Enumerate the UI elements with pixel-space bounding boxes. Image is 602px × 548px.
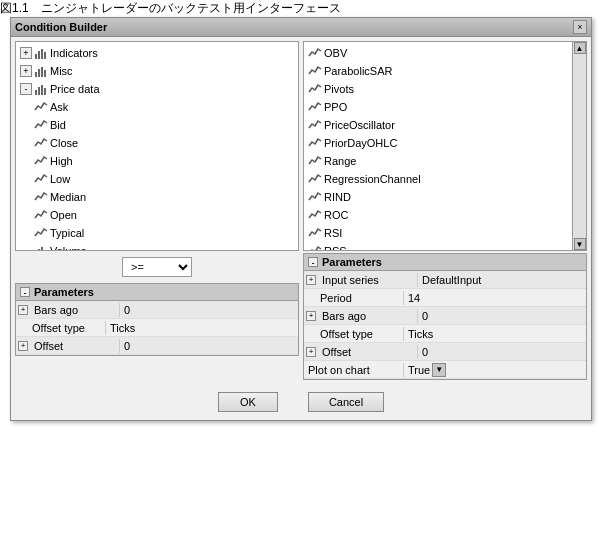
expand-icon[interactable]: + — [20, 65, 32, 77]
barsago-expand[interactable]: + — [18, 305, 28, 315]
tree-item-open[interactable]: Open — [32, 206, 296, 224]
svg-rect-4 — [35, 72, 37, 77]
right-param-offset: + Offset 0 — [304, 343, 586, 361]
expand-icon[interactable]: + — [20, 47, 32, 59]
right-param-barsago: + Bars ago 0 — [304, 307, 586, 325]
svg-rect-8 — [35, 90, 37, 95]
tree-item-bid[interactable]: Bid — [32, 116, 296, 134]
list-item-regressionchannel[interactable]: RegressionChannel — [306, 170, 570, 188]
tree-label: Misc — [50, 63, 73, 79]
right-barsago-expand[interactable]: + — [306, 311, 316, 321]
tree-item-indicators[interactable]: + Indicators — [18, 44, 296, 62]
rsi-icon — [308, 226, 322, 240]
right-offset-expand[interactable]: + — [306, 347, 316, 357]
list-label: PPO — [324, 99, 347, 115]
tree-label: High — [50, 153, 73, 169]
svg-rect-10 — [41, 85, 43, 95]
tree-item-pricedata[interactable]: - Price data — [18, 80, 296, 98]
right-panel: OBV ParabolicSAR Pivots — [303, 41, 587, 380]
list-label: PriceOscillator — [324, 117, 395, 133]
svg-rect-3 — [44, 52, 46, 59]
close-icon — [34, 136, 48, 150]
left-tree[interactable]: + Indicators + Misc - — [15, 41, 299, 251]
left-params-header: - Parameters — [16, 284, 298, 301]
list-label: RSI — [324, 225, 342, 241]
bid-icon — [34, 118, 48, 132]
svg-rect-14 — [41, 247, 43, 251]
tree-label: Volume — [50, 243, 87, 251]
left-param-offsettype: Offset type Ticks — [16, 319, 298, 337]
svg-rect-11 — [44, 88, 46, 95]
tree-item-close[interactable]: Close — [32, 134, 296, 152]
list-label: RegressionChannel — [324, 171, 421, 187]
tree-label: Bid — [50, 117, 66, 133]
rss-icon — [308, 244, 322, 250]
list-item-range[interactable]: Range — [306, 152, 570, 170]
list-item-rsi[interactable]: RSI — [306, 224, 570, 242]
roc-icon — [308, 208, 322, 222]
indicators-icon — [34, 46, 48, 60]
list-item-priceoscillator[interactable]: PriceOscillator — [306, 116, 570, 134]
window-title: Condition Builder — [15, 21, 107, 33]
list-item-parabolicsar[interactable]: ParabolicSAR — [306, 62, 570, 80]
main-content: + Indicators + Misc - — [11, 37, 591, 384]
svg-rect-1 — [38, 51, 40, 59]
list-label: RSS — [324, 243, 347, 250]
tree-item-low[interactable]: Low — [32, 170, 296, 188]
right-list[interactable]: OBV ParabolicSAR Pivots — [304, 42, 572, 250]
cancel-button[interactable]: Cancel — [308, 392, 384, 412]
ppo-icon — [308, 100, 322, 114]
svg-rect-2 — [41, 49, 43, 59]
tree-item-high[interactable]: High — [32, 152, 296, 170]
right-param-period: Period 14 — [304, 289, 586, 307]
right-params-header: - Parameters — [304, 254, 586, 271]
tree-item-ask[interactable]: Ask — [32, 98, 296, 116]
expand-icon[interactable]: - — [20, 83, 32, 95]
tree-label: Typical — [50, 225, 84, 241]
tree-item-misc[interactable]: + Misc — [18, 62, 296, 80]
tree-label: Close — [50, 135, 78, 151]
tree-item-volume[interactable]: Volume — [32, 242, 296, 251]
left-param-offset: + Offset 0 — [16, 337, 298, 355]
left-params-section: - Parameters + Bars ago 0 Offset type Ti… — [15, 283, 299, 356]
inputseries-expand[interactable]: + — [306, 275, 316, 285]
list-label: OBV — [324, 45, 347, 61]
rind-icon — [308, 190, 322, 204]
range-icon — [308, 154, 322, 168]
list-item-roc[interactable]: ROC — [306, 206, 570, 224]
list-item-obv[interactable]: OBV — [306, 44, 570, 62]
tree-item-median[interactable]: Median — [32, 188, 296, 206]
left-panel: + Indicators + Misc - — [15, 41, 299, 380]
list-label: ParabolicSAR — [324, 63, 392, 79]
list-item-rind[interactable]: RIND — [306, 188, 570, 206]
priceoscillator-icon — [308, 118, 322, 132]
right-param-inputseries: + Input series DefaultInput — [304, 271, 586, 289]
ok-button[interactable]: OK — [218, 392, 278, 412]
list-item-pivots[interactable]: Pivots — [306, 80, 570, 98]
right-list-scrollbar[interactable]: ▲ ▼ — [572, 42, 586, 250]
tree-label: Low — [50, 171, 70, 187]
tree-item-typical[interactable]: Typical — [32, 224, 296, 242]
condition-builder-window: Condition Builder × + Indicators + — [10, 17, 592, 421]
scrollbar-up[interactable]: ▲ — [574, 42, 586, 54]
right-params-expand[interactable]: - — [308, 257, 318, 267]
close-button[interactable]: × — [573, 20, 587, 34]
list-label: RIND — [324, 189, 351, 205]
svg-rect-7 — [44, 70, 46, 77]
plotonchart-dropdown[interactable]: ▼ — [432, 363, 446, 377]
operator-select[interactable]: >= > <= < == != — [122, 257, 192, 277]
operator-area: >= > <= < == != — [15, 253, 299, 281]
tree-label: Ask — [50, 99, 68, 115]
pivots-icon — [308, 82, 322, 96]
open-icon — [34, 208, 48, 222]
offset-expand[interactable]: + — [18, 341, 28, 351]
misc-icon — [34, 64, 48, 78]
low-icon — [34, 172, 48, 186]
list-item-ppo[interactable]: PPO — [306, 98, 570, 116]
list-item-rss[interactable]: RSS — [306, 242, 570, 250]
obv-icon — [308, 46, 322, 60]
scrollbar-down[interactable]: ▼ — [574, 238, 586, 250]
left-params-expand[interactable]: - — [20, 287, 30, 297]
svg-rect-13 — [38, 249, 40, 251]
list-item-priordayohlc[interactable]: PriorDayOHLC — [306, 134, 570, 152]
